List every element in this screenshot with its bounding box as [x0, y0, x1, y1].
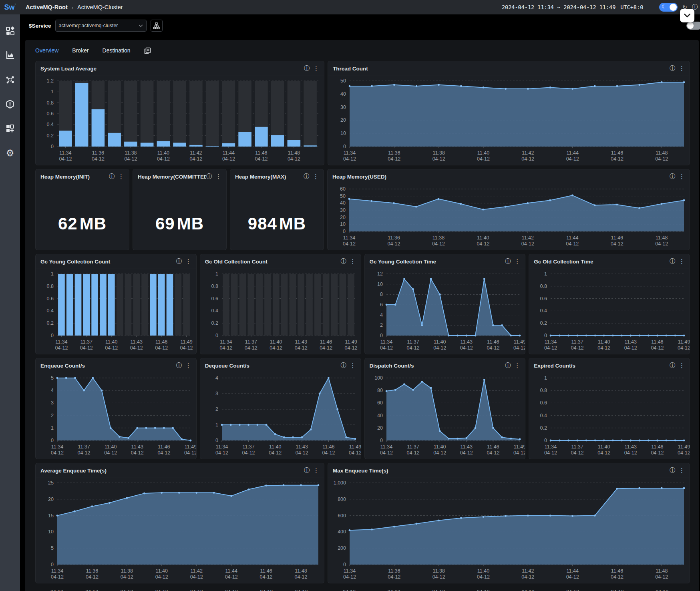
copy-icon[interactable] — [144, 47, 151, 54]
info-icon[interactable]: ⓘ — [176, 258, 182, 265]
info-icon[interactable]: ⓘ — [505, 362, 511, 369]
breadcrumb-separator-icon: › — [72, 4, 73, 10]
svg-text:11:4204-12: 11:4204-12 — [190, 568, 203, 580]
svg-text:11:3804-12: 11:3804-12 — [432, 235, 445, 247]
svg-text:0.8: 0.8 — [540, 283, 547, 289]
svg-text:0.4: 0.4 — [211, 308, 218, 314]
tab-overview[interactable]: Overview — [35, 47, 58, 54]
toggle-pill[interactable] — [686, 22, 700, 30]
sitemap-icon — [153, 22, 160, 29]
settings-icon[interactable]: ⚙ — [5, 148, 15, 158]
kebab-menu-icon[interactable]: ⋮ — [514, 258, 520, 265]
svg-text:11:4804-12: 11:4804-12 — [295, 568, 308, 580]
info-icon[interactable]: ⓘ — [670, 467, 675, 474]
service-select[interactable]: activemq::activemq-cluster — [55, 20, 147, 32]
info-icon[interactable]: ⓘ — [670, 258, 675, 265]
svg-text:11:4004-12: 11:4004-12 — [477, 568, 490, 580]
info-icon[interactable]: ⓘ — [206, 173, 212, 180]
collapse-header-button[interactable] — [680, 9, 694, 22]
svg-text:10: 10 — [48, 529, 54, 535]
kebab-menu-icon[interactable]: ⋮ — [185, 362, 191, 369]
marketplace-icon[interactable] — [5, 50, 15, 60]
svg-text:0.6: 0.6 — [540, 400, 547, 406]
panel-title: Gc Young Collection Time — [370, 259, 505, 265]
svg-text:11:4304-12: 11:4304-12 — [296, 444, 308, 456]
breadcrumb-root[interactable]: ActiveMQ-Root — [26, 4, 68, 10]
kebab-menu-icon[interactable]: ⋮ — [679, 173, 685, 180]
time-range-picker[interactable]: 2024-04-12 11:34 ~ 2024-04-12 11:49 — [502, 4, 616, 10]
info-icon[interactable]: ⓘ — [109, 173, 115, 180]
svg-text:11:4204-12: 11:4204-12 — [189, 150, 202, 162]
svg-text:11:4404-12: 11:4404-12 — [222, 150, 235, 162]
panel-title: Thread Count — [333, 66, 670, 72]
svg-text:11:3404-12: 11:3404-12 — [51, 444, 64, 456]
kebab-menu-icon[interactable]: ⋮ — [514, 362, 520, 369]
kebab-menu-icon[interactable]: ⋮ — [215, 173, 221, 180]
kebab-menu-icon[interactable]: ⋮ — [350, 258, 356, 265]
alerting-icon[interactable] — [5, 99, 15, 109]
panel-title: Expired Count/s — [534, 363, 670, 369]
widgets-icon[interactable] — [5, 123, 15, 134]
svg-text:11:3404-12: 11:3404-12 — [343, 235, 356, 247]
svg-text:11:3804-12: 11:3804-12 — [121, 568, 133, 580]
kebab-menu-icon[interactable]: ⋮ — [118, 173, 124, 180]
info-icon[interactable]: ⓘ — [304, 65, 310, 72]
svg-text:1: 1 — [51, 89, 54, 94]
tab-broker[interactable]: Broker — [72, 47, 89, 54]
service-topology-button[interactable] — [151, 20, 163, 32]
svg-text:04-12: 04-12 — [432, 589, 445, 591]
panel-title: Dequeue Count/s — [205, 363, 341, 369]
app-logo[interactable]: Swʼ — [0, 3, 20, 12]
kebab-menu-icon[interactable]: ⋮ — [313, 467, 319, 474]
svg-text:3: 3 — [51, 400, 54, 406]
info-icon[interactable]: ⓘ — [505, 258, 511, 265]
topology-icon[interactable] — [5, 74, 15, 85]
dark-mode-toggle[interactable]: ☾ — [659, 3, 678, 12]
svg-text:11:4904-12: 11:4904-12 — [678, 444, 690, 456]
svg-text:11:3404-12: 11:3404-12 — [343, 568, 356, 580]
metric-value: 62 — [58, 214, 78, 233]
tab-destination[interactable]: Destination — [103, 47, 131, 54]
svg-text:80: 80 — [377, 388, 383, 393]
info-icon[interactable]: ⓘ — [670, 65, 675, 72]
kebab-menu-icon[interactable]: ⋮ — [679, 362, 685, 369]
kebab-menu-icon[interactable]: ⋮ — [350, 362, 356, 369]
svg-text:11:4204-12: 11:4204-12 — [521, 235, 534, 247]
info-icon[interactable]: ⓘ — [304, 173, 309, 180]
info-icon[interactable]: ⓘ — [176, 362, 182, 369]
info-icon[interactable]: ⓘ — [341, 362, 346, 369]
info-icon[interactable]: ⓘ — [304, 467, 310, 474]
svg-text:40: 40 — [377, 413, 383, 418]
svg-text:0.8: 0.8 — [47, 100, 54, 106]
chart-area: 00.20.40.60.811.211:3404-1211:3604-1211:… — [36, 76, 324, 165]
toggle-knob — [687, 22, 694, 29]
panel-title: Max Enqueue Time(s) — [333, 468, 670, 474]
kebab-menu-icon[interactable]: ⋮ — [679, 65, 685, 72]
svg-text:0: 0 — [51, 438, 54, 443]
info-icon[interactable]: ⓘ — [670, 173, 675, 180]
svg-text:11:4604-12: 11:4604-12 — [157, 444, 170, 456]
svg-text:1: 1 — [215, 271, 218, 277]
chart-area: 0123411:3404-1211:3704-1211:4004-1211:43… — [200, 373, 361, 459]
svg-text:11:4004-12: 11:4004-12 — [433, 339, 446, 351]
svg-text:11:4804-12: 11:4804-12 — [655, 235, 668, 247]
chart-area: 00.20.40.60.8111:3404-1211:3704-1211:400… — [200, 269, 361, 354]
svg-text:11:4604-12: 11:4604-12 — [651, 339, 664, 351]
svg-text:11:4404-12: 11:4404-12 — [225, 568, 238, 580]
panel-header: Expired Count/sⓘ⋮ — [529, 358, 690, 373]
info-icon[interactable]: ⓘ — [341, 258, 346, 265]
kebab-menu-icon[interactable]: ⋮ — [313, 65, 319, 72]
kebab-menu-icon[interactable]: ⋮ — [313, 173, 319, 180]
svg-text:11:4004-12: 11:4004-12 — [104, 444, 117, 456]
svg-text:11:4004-12: 11:4004-12 — [155, 568, 168, 580]
panel-enqueue: Enqueue Count/sⓘ⋮01234511:3404-1211:3704… — [35, 358, 197, 459]
kebab-menu-icon[interactable]: ⋮ — [679, 467, 685, 474]
svg-text:20: 20 — [377, 425, 383, 431]
dashboards-icon[interactable] — [5, 26, 15, 36]
kebab-menu-icon[interactable]: ⋮ — [185, 258, 191, 265]
view-mode-toggle[interactable]: V — [686, 22, 700, 30]
info-icon[interactable]: ⓘ — [670, 362, 675, 369]
kebab-menu-icon[interactable]: ⋮ — [679, 258, 685, 265]
chart-area: 02040608010011:3404-1211:3704-1211:4004-… — [365, 373, 525, 459]
svg-text:0: 0 — [343, 144, 346, 149]
